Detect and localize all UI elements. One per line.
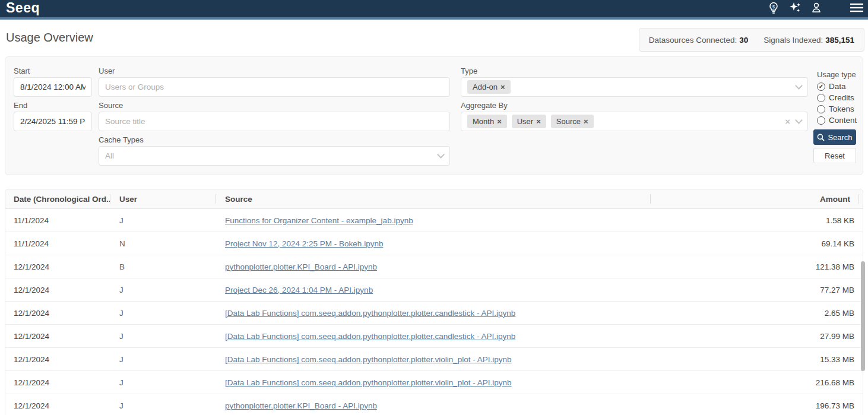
source-input[interactable] bbox=[105, 117, 443, 126]
source-link[interactable]: pythonplotter.plotter.KPI_Board - API.ip… bbox=[225, 262, 377, 271]
cell-source: Project Dec 26, 2024 1:04 PM - API.ipynb bbox=[216, 286, 650, 294]
navbar-icons: $ bbox=[767, 1, 863, 14]
table-row: 11/1/2024 J Functions for Organizer Cont… bbox=[5, 209, 863, 232]
cell-source: [Data Lab Functions] com.seeq.addon.pyth… bbox=[216, 378, 650, 387]
type-label: Type bbox=[461, 66, 477, 75]
cell-date: 12/1/2024 bbox=[5, 262, 110, 271]
cell-source: Project Nov 12, 2024 2:25 PM - Bokeh.ipy… bbox=[216, 239, 650, 248]
start-date-input[interactable] bbox=[20, 83, 85, 91]
type-multiselect[interactable]: Add-on× bbox=[461, 77, 808, 97]
datasources-connected-stat: Datasources Connected:30 bbox=[649, 36, 749, 45]
radio-label: Credits bbox=[829, 93, 854, 102]
radio-icon[interactable] bbox=[817, 116, 825, 125]
cell-source: [Data Lab Functions] com.seeq.addon.pyth… bbox=[216, 332, 650, 341]
table-row: 12/1/2024 B pythonplotter.plotter.KPI_Bo… bbox=[5, 255, 863, 278]
filter-chip[interactable]: Add-on× bbox=[467, 80, 511, 94]
table-row: 12/1/2024 J [Data Lab Functions] com.see… bbox=[5, 325, 863, 348]
lightbulb-dollar-icon[interactable]: $ bbox=[767, 1, 780, 14]
chip-remove-icon[interactable]: × bbox=[497, 117, 502, 126]
usage-type-options: ✓ Data Credits Tokens Content bbox=[817, 81, 857, 126]
vertical-scrollbar[interactable] bbox=[861, 261, 865, 371]
source-link[interactable]: Project Nov 12, 2024 2:25 PM - Bokeh.ipy… bbox=[225, 239, 383, 248]
cell-amount: 15.33 MB bbox=[651, 355, 863, 364]
usage-type-radio[interactable]: Content bbox=[817, 115, 857, 126]
usage-type-radio[interactable]: Credits bbox=[817, 92, 857, 103]
cache-types-input[interactable] bbox=[105, 151, 438, 160]
filter-chip[interactable]: User× bbox=[512, 115, 546, 128]
chip-remove-icon[interactable]: × bbox=[536, 117, 541, 126]
cell-amount: 27.99 MB bbox=[651, 332, 863, 341]
user-input[interactable] bbox=[105, 83, 443, 91]
signals-indexed-stat: Signals Indexed:385,151 bbox=[764, 36, 854, 45]
cell-user: J bbox=[110, 286, 216, 294]
cell-date: 11/1/2024 bbox=[5, 239, 110, 248]
chevron-down-icon[interactable] bbox=[437, 151, 445, 159]
source-link[interactable]: [Data Lab Functions] com.seeq.addon.pyth… bbox=[225, 309, 515, 318]
source-link[interactable]: [Data Lab Functions] com.seeq.addon.pyth… bbox=[225, 378, 512, 387]
cell-user: J bbox=[110, 332, 216, 341]
filter-chip[interactable]: Month× bbox=[467, 115, 507, 128]
column-header-user[interactable]: User bbox=[110, 195, 216, 204]
seeq-logo[interactable]: Seeq bbox=[5, 0, 40, 15]
end-date-input[interactable] bbox=[20, 117, 85, 126]
table-row: 12/1/2024 J pythonplotter.plotter.KPI_Bo… bbox=[5, 394, 863, 415]
start-label: Start bbox=[14, 66, 30, 75]
chevron-down-icon[interactable] bbox=[795, 116, 803, 124]
chevron-down-icon[interactable] bbox=[795, 82, 803, 90]
user-icon[interactable] bbox=[810, 1, 823, 14]
cache-types-select[interactable] bbox=[99, 146, 450, 166]
source-link[interactable]: Project Dec 26, 2024 1:04 PM - API.ipynb bbox=[225, 286, 373, 294]
radio-label: Tokens bbox=[829, 104, 854, 113]
datasources-connected-value: 30 bbox=[739, 36, 748, 45]
filter-chip[interactable]: Source× bbox=[551, 115, 594, 128]
radio-label: Data bbox=[829, 82, 846, 91]
usage-type-radio[interactable]: ✓ Data bbox=[817, 81, 857, 92]
type-chips: Add-on× bbox=[467, 80, 796, 94]
source-label: Source bbox=[99, 101, 123, 110]
signals-indexed-value: 385,151 bbox=[825, 36, 854, 45]
table-row: 12/1/2024 J Project Dec 26, 2024 1:04 PM… bbox=[5, 278, 863, 302]
start-date-field bbox=[14, 77, 92, 97]
sparkles-icon[interactable] bbox=[788, 1, 802, 14]
cell-user: J bbox=[110, 401, 216, 410]
aggregate-by-multiselect[interactable]: Month×User×Source× × bbox=[461, 112, 808, 131]
user-field bbox=[99, 77, 450, 97]
filter-panel: Start End User Source Cache Types Type A… bbox=[5, 56, 863, 175]
cell-user: J bbox=[110, 378, 216, 387]
cell-source: [Data Lab Functions] com.seeq.addon.pyth… bbox=[216, 309, 650, 318]
page-title: Usage Overview bbox=[6, 31, 93, 45]
radio-label: Content bbox=[829, 116, 857, 125]
usage-type-radio[interactable]: Tokens bbox=[817, 103, 857, 115]
chip-remove-icon[interactable]: × bbox=[500, 83, 505, 91]
source-link[interactable]: [Data Lab Functions] com.seeq.addon.pyth… bbox=[225, 355, 512, 364]
search-button[interactable]: Search bbox=[813, 129, 856, 145]
cell-source: pythonplotter.plotter.KPI_Board - API.ip… bbox=[216, 262, 650, 271]
column-divider[interactable] bbox=[859, 194, 859, 204]
reset-button[interactable]: Reset bbox=[813, 148, 856, 163]
reset-button-label: Reset bbox=[825, 151, 845, 160]
menu-icon[interactable] bbox=[850, 1, 863, 14]
cell-user: N bbox=[110, 239, 216, 248]
source-field bbox=[99, 112, 450, 131]
usage-type-group: Usage type ✓ Data Credits Tokens Content bbox=[817, 70, 857, 126]
source-link[interactable]: [Data Lab Functions] com.seeq.addon.pyth… bbox=[225, 332, 515, 341]
cell-user: J bbox=[110, 309, 216, 318]
table-row: 12/1/2024 J [Data Lab Functions] com.see… bbox=[5, 348, 863, 371]
chip-remove-icon[interactable]: × bbox=[584, 117, 588, 126]
table-row: 12/1/2024 J [Data Lab Functions] com.see… bbox=[5, 371, 863, 394]
cell-date: 11/1/2024 bbox=[5, 216, 110, 225]
source-link[interactable]: pythonplotter.plotter.KPI_Board - API.ip… bbox=[225, 401, 377, 410]
radio-icon[interactable] bbox=[817, 105, 825, 113]
cell-amount: 77.27 MB bbox=[651, 286, 863, 294]
column-header-amount[interactable]: Amount bbox=[651, 195, 859, 204]
radio-icon[interactable] bbox=[817, 94, 825, 102]
cell-user: J bbox=[110, 355, 216, 364]
cell-user: B bbox=[110, 262, 216, 271]
clear-selection-icon[interactable]: × bbox=[785, 116, 790, 126]
cell-date: 12/1/2024 bbox=[5, 401, 110, 410]
table-header-row: Date (Chronological Ord... User Source A… bbox=[5, 189, 863, 209]
radio-icon[interactable]: ✓ bbox=[817, 83, 825, 91]
column-header-source[interactable]: Source bbox=[216, 195, 650, 204]
column-header-date[interactable]: Date (Chronological Ord... bbox=[5, 195, 110, 204]
source-link[interactable]: Functions for Organizer Content - exampl… bbox=[225, 216, 413, 225]
